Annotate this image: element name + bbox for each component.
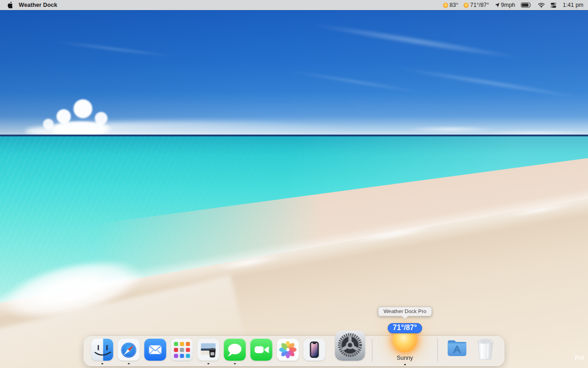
location-arrow-icon (495, 3, 500, 8)
sun-icon (464, 3, 469, 8)
messages-icon (224, 339, 246, 361)
menu-bar: Weather Dock 83° 71°/87° 9mph (0, 0, 588, 10)
dock-item-iphone-mirroring[interactable] (304, 339, 326, 366)
apple-menu-icon[interactable] (6, 1, 12, 9)
dock-item-applications-folder[interactable] (445, 336, 470, 366)
running-indicator (128, 363, 130, 365)
dock-item-facetime[interactable] (251, 339, 273, 366)
dock-separator (438, 339, 438, 362)
menubar-weather-range[interactable]: 71°/87° (464, 2, 489, 8)
launchpad-icon (171, 339, 193, 361)
menubar-clock[interactable]: 1:41 pm (563, 2, 583, 8)
dock-item-mail[interactable] (144, 339, 166, 366)
control-center[interactable] (551, 3, 556, 8)
running-indicator (208, 363, 209, 365)
control-center-icon (551, 3, 556, 8)
weather-condition-label: Sunny (397, 355, 413, 361)
menubar-weather-current[interactable]: 83° (443, 2, 458, 8)
temperature-badge: 71°/87° (388, 323, 422, 333)
dock-item-trash[interactable] (474, 336, 497, 366)
safari-icon (118, 339, 140, 361)
dock-item-safari[interactable] (118, 339, 140, 366)
dock-item-finder[interactable] (91, 339, 113, 366)
iphone-mirroring-icon (304, 339, 326, 361)
wallpaper-watermark: PIX (575, 355, 585, 361)
dock: Weather Dock Pro 71°/87° Sunny (84, 336, 505, 366)
menubar-temp-range-label: 71°/87° (470, 2, 489, 8)
dock-item-system-settings[interactable] (335, 330, 365, 366)
system-settings-icon (335, 330, 365, 361)
active-app-menu-title[interactable]: Weather Dock (19, 2, 57, 8)
menubar-wind-label: 9mph (501, 2, 515, 8)
preview-icon (198, 339, 219, 361)
running-indicator (102, 363, 103, 365)
trash-icon (474, 336, 497, 361)
applications-folder-icon (445, 336, 470, 361)
dock-item-messages[interactable] (224, 339, 246, 366)
battery-icon (521, 2, 532, 8)
running-indicator (404, 364, 406, 366)
running-indicator (234, 363, 236, 365)
mail-icon (144, 339, 166, 361)
photos-icon (277, 339, 299, 361)
facetime-icon (251, 339, 273, 361)
tooltip: Weather Dock Pro (378, 307, 432, 316)
dock-item-weather-dock-pro[interactable]: Weather Dock Pro 71°/87° Sunny (378, 328, 432, 366)
wifi-icon (538, 2, 545, 8)
wifi-status[interactable] (538, 2, 545, 8)
dock-separator (372, 339, 373, 362)
battery-status[interactable] (521, 2, 532, 8)
menubar-wind[interactable]: 9mph (495, 2, 515, 8)
sun-icon (443, 3, 448, 8)
finder-icon (91, 339, 113, 361)
dock-item-photos[interactable] (277, 339, 299, 366)
dock-item-launchpad[interactable] (171, 339, 193, 366)
screen: Weather Dock 83° 71°/87° 9mph (0, 0, 588, 368)
desktop-wallpaper: PIX (0, 10, 588, 368)
dock-item-preview[interactable] (198, 339, 219, 366)
menubar-temp-current-label: 83° (449, 2, 458, 8)
